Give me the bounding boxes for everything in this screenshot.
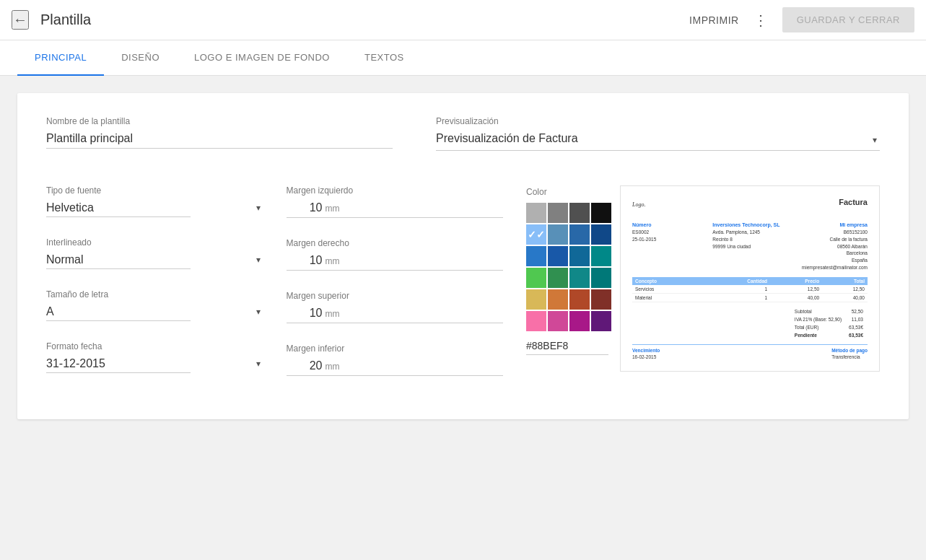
color-swatch-darkblue[interactable]	[591, 224, 611, 245]
pendiente-label: Pendiente	[792, 332, 844, 338]
line-spacing-select[interactable]: Normal 1.5 Doble	[46, 250, 191, 269]
margin-bottom-input[interactable]	[287, 359, 323, 372]
invoice-col-quantity: Cantidad	[703, 277, 770, 285]
color-swatch-lightblue1[interactable]: ✓	[526, 224, 546, 245]
font-type-select[interactable]: Helvetica Arial Times New Roman	[46, 198, 191, 217]
preview-name-group: Previsualización Previsualización de Fac…	[436, 116, 880, 162]
preview-select-wrapper: Previsualización de Factura ▾	[436, 129, 880, 151]
subtotal-value: 52,50	[846, 308, 866, 315]
color-value[interactable]: #88BEF8	[526, 337, 608, 355]
invoice-from-address1: Avda. Pamplona, 1245	[712, 229, 787, 236]
color-swatch-green2[interactable]	[548, 268, 568, 288]
color-swatch-blue2[interactable]	[548, 246, 568, 266]
invoice-my-address4: España	[793, 257, 868, 264]
col2: Margen izquierdo mm Margen derecho mm	[287, 185, 527, 396]
color-swatch-gray3[interactable]	[569, 203, 590, 223]
color-swatch-teal2[interactable]	[591, 246, 611, 266]
date-format-chevron-icon: ▾	[256, 359, 261, 369]
tab-diseno[interactable]: DISEÑO	[104, 40, 177, 76]
color-swatch-gray2[interactable]	[548, 203, 568, 223]
more-button[interactable]: ⋮	[748, 9, 774, 32]
invoice-col-concept: Concepto	[632, 277, 703, 285]
date-format-select[interactable]: 31-12-2015 12/31/2015 2015-12-31	[46, 354, 191, 373]
color-swatch-purple1[interactable]	[569, 311, 590, 331]
invoice-fecha-value: 25-01-2015	[632, 236, 707, 243]
line-spacing-chevron-icon: ▾	[256, 255, 261, 265]
color-palette: ✓	[526, 203, 591, 331]
margin-top-unit: mm	[326, 309, 340, 319]
invoice-metodo-block: Método de pago Transferencia	[831, 348, 868, 359]
invoice-preview: Logo. Factura Número ES0002 25-01-2015 I…	[620, 185, 880, 372]
total-eur-label: Total (EUR)	[792, 324, 844, 331]
invoice-my-nif: B65152100	[793, 229, 868, 236]
invoice-vencimiento-value: 16-02-2015	[632, 354, 660, 359]
font-type-select-wrapper: Helvetica Arial Times New Roman ▾	[46, 198, 263, 217]
margin-right-input[interactable]	[287, 254, 323, 267]
back-button[interactable]: ←	[12, 10, 29, 30]
color-swatch-lightblue2[interactable]	[548, 224, 568, 245]
color-swatch-red2[interactable]	[591, 289, 611, 310]
preview-select[interactable]: Previsualización de Factura	[436, 129, 681, 147]
subtotal-label: Subtotal	[792, 308, 844, 315]
invoice-row-2: Material 1 40,00 40,00	[632, 293, 868, 302]
invoice-totals: Subtotal 52,50 IVA 21% (Base: 52,90) 11,…	[632, 307, 868, 340]
print-button[interactable]: IMPRIMIR	[689, 14, 739, 26]
invoice-from-address3: 99999 Una ciudad	[712, 243, 787, 250]
tab-logo[interactable]: LOGO E IMAGEN DE FONDO	[177, 40, 347, 76]
font-size-label: Tamaño de letra	[46, 289, 263, 299]
invoice-vencimiento-label: Vencimiento	[632, 348, 660, 353]
iva-value: 11,03	[846, 316, 866, 323]
margin-left-input[interactable]	[287, 201, 323, 214]
pendiente-row: Pendiente 63,53€	[792, 332, 866, 338]
invoice-total-2: 40,00	[822, 293, 868, 302]
color-swatch-purple2[interactable]	[591, 311, 611, 331]
color-swatch-pink[interactable]	[526, 311, 546, 331]
color-swatch-teal1[interactable]	[569, 246, 590, 266]
tab-principal[interactable]: PRINCIPAL	[17, 40, 104, 76]
color-swatch-green4[interactable]	[591, 268, 611, 288]
margin-left-label: Margen izquierdo	[287, 185, 504, 196]
invoice-table: Concepto Cantidad Precio Total Servicios…	[632, 277, 868, 302]
margin-right-unit: mm	[326, 256, 340, 266]
form-card: Nombre de la plantilla Previsualización …	[17, 93, 909, 419]
font-type-chevron-icon: ▾	[256, 203, 261, 213]
color-swatch-red1[interactable]	[569, 289, 590, 310]
invoice-row-1: Servicios 1 12,50 12,50	[632, 285, 868, 294]
color-swatch-yellow[interactable]	[526, 289, 546, 310]
invoice-metodo-label: Método de pago	[831, 348, 868, 353]
color-swatch-gray1[interactable]	[526, 203, 546, 223]
color-label: Color	[526, 187, 547, 197]
template-name-input[interactable]	[46, 129, 393, 149]
color-swatch-blue1[interactable]	[526, 246, 546, 266]
tab-textos[interactable]: TEXTOS	[347, 40, 421, 76]
line-spacing-select-wrapper: Normal 1.5 Doble ▾	[46, 250, 263, 269]
color-swatch-green1[interactable]	[526, 268, 546, 288]
date-format-select-wrapper: 31-12-2015 12/31/2015 2015-12-31 ▾	[46, 354, 263, 373]
color-swatch-orange[interactable]	[548, 289, 568, 310]
color-swatch-black[interactable]	[591, 203, 611, 223]
line-spacing-field: Interlineado Normal 1.5 Doble ▾	[46, 237, 263, 269]
invoice-numero-label: Número	[632, 222, 707, 227]
invoice-my-email: miempresatest@mailinator.com	[793, 264, 868, 271]
invoice-from-block: Número ES0002 25-01-2015	[632, 222, 707, 271]
invoice-concept-2: Material	[632, 293, 703, 302]
invoice-concept-1: Servicios	[632, 285, 703, 294]
margin-top-label: Margen superior	[287, 291, 504, 301]
font-type-label: Tipo de fuente	[46, 185, 263, 196]
margin-bottom-field: Margen inferior mm	[287, 344, 504, 376]
preview-label-text: Previsualización	[436, 116, 880, 126]
invoice-price-1: 12,50	[770, 285, 822, 294]
font-size-select[interactable]: A B C	[46, 302, 191, 321]
template-name-group: Nombre de la plantilla	[46, 116, 393, 162]
margin-left-field: Margen izquierdo mm	[287, 185, 504, 218]
color-swatch-magenta[interactable]	[548, 311, 568, 331]
color-swatch-midblue[interactable]	[569, 224, 590, 245]
color-swatch-green3[interactable]	[569, 268, 590, 288]
margin-top-input[interactable]	[287, 307, 323, 320]
main-content: Nombre de la plantilla Previsualización …	[0, 76, 926, 437]
save-button[interactable]: GUARDAR Y CERRAR	[782, 7, 914, 32]
font-size-field: Tamaño de letra A B C ▾	[46, 289, 263, 321]
margin-right-label: Margen derecho	[287, 238, 504, 248]
tabs: PRINCIPAL DISEÑO LOGO E IMAGEN DE FONDO …	[0, 40, 926, 76]
invoice-title: Factura	[839, 198, 868, 206]
